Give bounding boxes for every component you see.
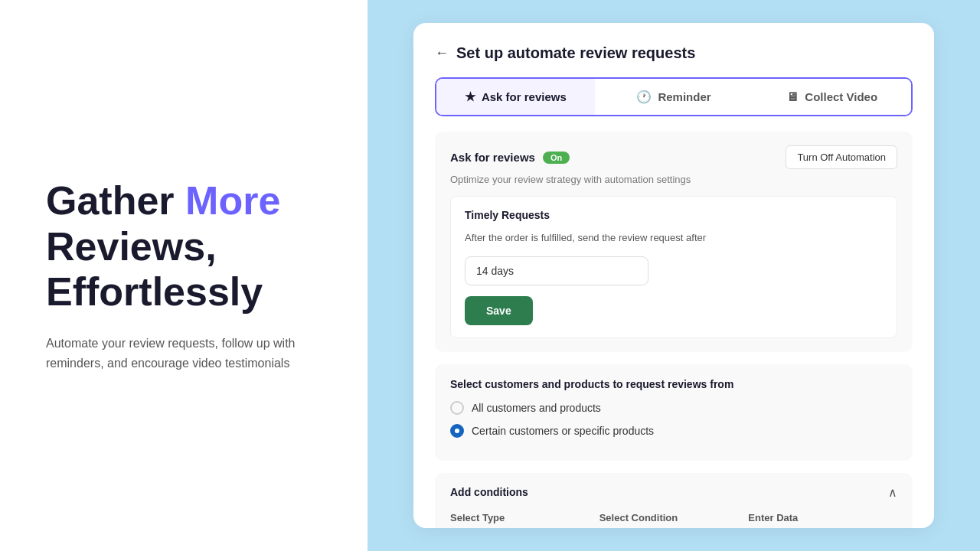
main-card: ← Set up automate review requests ★ Ask … xyxy=(413,23,934,528)
video-icon: 🖥 xyxy=(786,90,799,104)
days-select-wrapper: 1 day 3 days 7 days 14 days 30 days xyxy=(465,256,883,285)
col-select-type: Select Type xyxy=(450,512,592,523)
tab-reminder-label: Reminder xyxy=(658,90,710,103)
timely-requests-card: Timely Requests After the order is fulfi… xyxy=(450,196,897,338)
radio-all-customers[interactable]: All customers and products xyxy=(450,401,897,415)
left-panel: Gather More Reviews, Effortlessly Automa… xyxy=(0,0,368,551)
timely-requests-desc: After the order is fulfilled, send the r… xyxy=(465,230,883,246)
chevron-up-icon: ∧ xyxy=(888,485,897,500)
page-header: ← Set up automate review requests xyxy=(435,44,913,62)
clock-icon: 🕐 xyxy=(636,90,652,104)
tabs-container: ★ Ask for reviews 🕐 Reminder 🖥 Collect V… xyxy=(435,77,913,116)
headline-reviews: Reviews, xyxy=(46,224,217,269)
tab-reminder[interactable]: 🕐 Reminder xyxy=(595,79,753,115)
ask-section-subtitle: Optimize your review strategy with autom… xyxy=(450,174,897,185)
radio-certain-circle[interactable] xyxy=(450,424,464,438)
ask-section-title-row: Ask for reviews On xyxy=(450,151,570,164)
radio-all-circle[interactable] xyxy=(450,401,464,415)
headline-effortlessly: Effortlessly xyxy=(46,269,263,314)
ask-section-title: Ask for reviews xyxy=(450,151,535,164)
description-text: Automate your review requests, follow up… xyxy=(46,334,322,373)
card-content: ← Set up automate review requests ★ Ask … xyxy=(413,23,934,528)
headline-more: More xyxy=(185,178,280,223)
right-panel: ← Set up automate review requests ★ Ask … xyxy=(368,0,980,551)
add-conditions-header[interactable]: Add conditions ∧ xyxy=(435,473,913,512)
add-conditions-title: Add conditions xyxy=(450,486,528,498)
col-select-condition: Select Condition xyxy=(599,512,741,523)
page-title: Set up automate review requests xyxy=(456,44,695,62)
customers-section: Select customers and products to request… xyxy=(435,364,913,461)
headline: Gather More Reviews, Effortlessly xyxy=(46,178,322,315)
status-badge: On xyxy=(543,152,570,164)
save-button[interactable]: Save xyxy=(465,296,533,325)
radio-certain-label: Certain customers or specific products xyxy=(472,425,654,437)
back-arrow-icon[interactable]: ← xyxy=(435,45,449,61)
conditions-table-header: Select Type Select Condition Enter Data xyxy=(435,512,913,529)
radio-all-label: All customers and products xyxy=(472,402,601,414)
customers-section-title: Select customers and products to request… xyxy=(450,378,897,390)
col-enter-data: Enter Data xyxy=(748,512,890,523)
add-conditions-section: Add conditions ∧ Select Type Select Cond… xyxy=(435,473,913,529)
tab-ask-reviews[interactable]: ★ Ask for reviews xyxy=(436,79,595,115)
tab-ask-label: Ask for reviews xyxy=(482,90,567,103)
radio-certain-customers[interactable]: Certain customers or specific products xyxy=(450,424,897,438)
ask-reviews-section: Ask for reviews On Turn Off Automation O… xyxy=(435,132,913,352)
tab-collect-video[interactable]: 🖥 Collect Video xyxy=(753,79,911,115)
tab-collect-video-label: Collect Video xyxy=(805,90,877,103)
days-select[interactable]: 1 day 3 days 7 days 14 days 30 days xyxy=(465,256,648,285)
timely-requests-title: Timely Requests xyxy=(465,209,883,221)
ask-section-header: Ask for reviews On Turn Off Automation xyxy=(450,145,897,169)
turn-off-automation-button[interactable]: Turn Off Automation xyxy=(786,145,897,169)
headline-text1: Gather xyxy=(46,178,185,223)
star-icon: ★ xyxy=(465,90,475,104)
